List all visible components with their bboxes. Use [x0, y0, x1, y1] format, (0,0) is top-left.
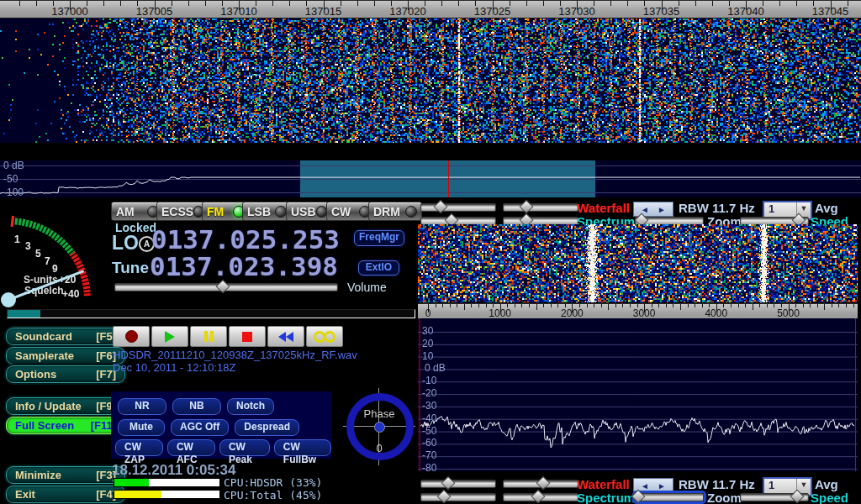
- scale-tick: [486, 304, 487, 307]
- samplerate-button[interactable]: Samplerate[F6]: [6, 347, 125, 365]
- waterfall-contrast-slider[interactable]: [420, 203, 496, 212]
- db-scale-label: -20: [422, 387, 436, 399]
- buffer-fill: [8, 310, 40, 318]
- rewind-button[interactable]: [267, 326, 304, 347]
- speed-slider-2[interactable]: [740, 493, 809, 501]
- stop-button[interactable]: [229, 326, 266, 347]
- scale-tick: [767, 304, 768, 307]
- volume-slider[interactable]: [114, 283, 338, 291]
- mode-usb-button[interactable]: USB: [286, 202, 332, 221]
- extio-button[interactable]: ExtIO: [358, 260, 399, 276]
- squelch-marker[interactable]: [12, 216, 13, 227]
- zoom-slider-2[interactable]: [635, 493, 704, 501]
- soundcard-button[interactable]: Soundcard[F5]: [6, 328, 125, 345]
- left-arrow-icon[interactable]: ◄: [641, 205, 649, 214]
- scale-tick: [601, 304, 602, 307]
- waterfall-contrast-slider-2[interactable]: [420, 480, 496, 488]
- db-scale-label: 20: [422, 338, 433, 349]
- spectrum-range-slider-2[interactable]: [420, 493, 496, 501]
- db-scale-label: -10: [422, 375, 436, 386]
- waterfall-brightness-slider[interactable]: [503, 203, 578, 212]
- cpu-total-fill: [114, 491, 161, 498]
- fullscreen-button[interactable]: Full Screen[F11]: [6, 417, 125, 434]
- rewind-icon: [278, 332, 286, 342]
- lo-frequency-display[interactable]: 0137.025.253: [151, 224, 340, 255]
- main-spectrum-display[interactable]: 0 dB-50-100: [0, 160, 861, 197]
- frequency-tick-label: 137030: [558, 5, 594, 18]
- db-scale-label: -70: [422, 449, 436, 461]
- scale-tick: [543, 304, 544, 307]
- scale-tick: [731, 304, 732, 307]
- scale-tick: [610, 1, 611, 6]
- mode-lsb-button[interactable]: LSB: [242, 202, 292, 221]
- main-frequency-scale[interactable]: 1370001370051370101370151370201370251370…: [0, 0, 861, 18]
- cw-fullbw-button[interactable]: CW FullBw: [274, 439, 331, 456]
- loop-button[interactable]: [306, 326, 343, 347]
- right-arrow-icon[interactable]: ►: [658, 205, 666, 214]
- right-arrow-icon[interactable]: ►: [658, 481, 666, 491]
- scale-tick: [441, 1, 442, 6]
- mode-ecss-button[interactable]: ECSS: [156, 202, 209, 221]
- pause-button[interactable]: [190, 326, 227, 347]
- scale-tick: [515, 304, 515, 307]
- frequency-tick-label: 137045: [812, 5, 848, 18]
- cpu-hdsdr-bar: [114, 478, 220, 487]
- mute-button[interactable]: Mute: [118, 419, 165, 436]
- mode-label: CW: [331, 205, 351, 218]
- scale-tick: [753, 304, 753, 310]
- tune-label: Tune: [112, 259, 149, 277]
- notch-button[interactable]: Notch: [227, 398, 274, 415]
- speed-label-2: Speed: [811, 491, 848, 504]
- scale-tick: [712, 1, 713, 6]
- rf-waterfall-display[interactable]: [418, 224, 858, 302]
- scale-tick: [673, 304, 673, 307]
- db-scale-label: 0 dB: [3, 160, 24, 171]
- mode-label: LSB: [247, 205, 271, 218]
- waterfall-label: Waterfall: [577, 201, 630, 215]
- minimize-button[interactable]: Minimize[F3]: [6, 466, 125, 484]
- options-button[interactable]: Options[F7]: [6, 365, 125, 383]
- button-label: Minimize: [15, 469, 61, 481]
- waterfall-brightness-slider-2[interactable]: [503, 480, 578, 488]
- frequency-tick-label: 4000: [705, 307, 727, 319]
- nr-button[interactable]: NR: [118, 398, 166, 415]
- nb-button[interactable]: NB: [172, 398, 221, 415]
- date-time-display: 18.12.2011 0:05:34: [112, 462, 235, 479]
- record-button[interactable]: [113, 326, 150, 347]
- rf-spectrum-canvas[interactable]: [418, 318, 858, 471]
- frequency-tick-label: 2000: [561, 307, 584, 319]
- cw-afc-button[interactable]: CW AFC: [167, 439, 215, 456]
- main-spectrum-canvas[interactable]: [0, 160, 861, 197]
- recording-date: Dec 10, 2011 - 12:10:18Z: [113, 361, 235, 374]
- scale-tick: [695, 304, 695, 307]
- exit-button[interactable]: Exit[F4]: [6, 486, 125, 503]
- cpu-total-label: CPU:Total (45%): [224, 489, 322, 501]
- db-scale-label: -30: [422, 400, 436, 412]
- frequency-tick-label: 137000: [51, 5, 87, 18]
- cw-zap-button[interactable]: CW ZAP: [115, 439, 163, 456]
- mode-drm-button[interactable]: DRM: [368, 202, 422, 221]
- info-update-button[interactable]: Info / Update[F9]: [6, 397, 125, 415]
- smeter-tick-label: 1: [14, 234, 20, 245]
- scale-tick: [529, 304, 530, 307]
- buffer-bar: [7, 309, 415, 318]
- left-arrow-icon[interactable]: ◄: [641, 481, 649, 491]
- scale-tick: [846, 304, 847, 307]
- volume-slider-thumb[interactable]: [215, 280, 230, 294]
- cw-peak-button[interactable]: CW Peak: [219, 439, 270, 456]
- play-button[interactable]: [151, 326, 188, 347]
- scale-tick: [357, 1, 358, 6]
- db-scale-label: -40: [422, 412, 436, 424]
- spectrum-offset-slider-2[interactable]: [503, 493, 578, 501]
- main-waterfall-display[interactable]: [0, 0, 861, 143]
- despread-button[interactable]: Despread: [235, 419, 299, 436]
- smeter-tick-label: +40: [62, 288, 80, 300]
- spectrum-label-2: Spectrum: [577, 491, 635, 504]
- rf-frequency-scale[interactable]: 010002000300040005000: [418, 303, 858, 319]
- scale-tick: [436, 304, 436, 307]
- rf-spectrum-display[interactable]: 3020100 dB-10-20-30-40-50-60-70-80: [418, 318, 858, 471]
- agc-off-button[interactable]: AGC Off: [171, 419, 229, 436]
- tune-frequency-display[interactable]: 0137.023.398: [150, 251, 338, 281]
- freqmgr-button[interactable]: FreqMgr: [354, 230, 404, 246]
- db-scale-label: -50: [422, 425, 436, 437]
